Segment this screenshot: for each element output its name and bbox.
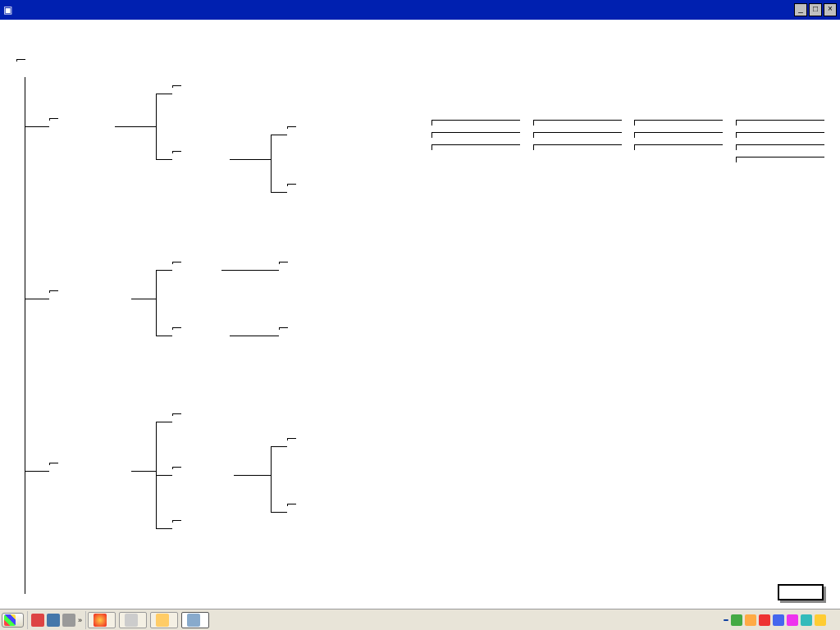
taskbar: » — [0, 609, 840, 630]
minimize-button[interactable]: _ — [794, 3, 807, 16]
tree-xenon2 — [172, 520, 181, 523]
tray-icon[interactable] — [773, 614, 784, 626]
app-icon — [187, 614, 200, 627]
close-button[interactable]: × — [824, 3, 837, 16]
tree-dune2-exe — [279, 327, 288, 330]
next-button[interactable] — [778, 584, 824, 600]
folder-icon — [156, 614, 169, 627]
tray-icon[interactable] — [815, 614, 826, 626]
chip[interactable] — [736, 157, 824, 162]
system-tray — [720, 614, 838, 626]
taskbar-item[interactable] — [88, 612, 116, 628]
tree-games — [172, 467, 181, 469]
chip[interactable] — [533, 132, 622, 138]
tree-quake — [287, 504, 296, 506]
chip[interactable] — [533, 120, 622, 126]
chip[interactable] — [736, 120, 824, 126]
titlebar: ▣ _ □ × — [0, 0, 840, 20]
quick-launch: » — [27, 611, 86, 629]
app-icon: ▣ — [3, 4, 12, 16]
tray-icon[interactable] — [745, 614, 756, 626]
tree-root — [16, 59, 25, 62]
ql-icon[interactable] — [62, 614, 75, 627]
tray-icon[interactable] — [801, 614, 812, 626]
tree-dune2 — [172, 327, 181, 330]
tree-pacman — [172, 85, 181, 88]
drive-icon — [125, 614, 138, 627]
tree-trubis — [287, 126, 296, 129]
content-area: . . . — [0, 20, 840, 609]
chip[interactable] — [736, 132, 824, 138]
tree-3daction — [49, 463, 58, 465]
tree-strategy — [49, 290, 58, 293]
ql-icon[interactable] — [47, 614, 60, 627]
windows-flag-icon — [4, 614, 16, 626]
tree-tetris — [172, 151, 181, 153]
tree-arcade — [49, 118, 58, 121]
chip[interactable] — [431, 132, 520, 138]
taskbar-item[interactable] — [150, 612, 178, 628]
tree-3d — [287, 184, 296, 186]
chip[interactable] — [431, 120, 520, 126]
tree-descent — [172, 413, 181, 416]
tree-elite — [172, 262, 181, 264]
tray-icon[interactable] — [759, 614, 770, 626]
start-button[interactable] — [2, 613, 24, 628]
tray-icon[interactable] — [787, 614, 798, 626]
taskbar-item[interactable] — [119, 612, 147, 628]
ql-icon[interactable] — [31, 614, 44, 627]
ql-chevron-icon[interactable]: » — [78, 616, 82, 624]
language-indicator[interactable] — [724, 619, 728, 621]
chip[interactable] — [634, 144, 723, 150]
chip[interactable] — [431, 144, 520, 150]
draggable-chips: . . . — [427, 116, 837, 178]
chip[interactable] — [634, 132, 723, 138]
chip[interactable] — [634, 120, 723, 126]
tree-elite-exe — [279, 262, 288, 264]
chip[interactable] — [533, 144, 622, 150]
maximize-button[interactable]: □ — [809, 3, 822, 16]
taskbar-item-active[interactable] — [181, 612, 209, 628]
chrome-icon — [94, 614, 107, 627]
chip[interactable] — [736, 144, 824, 150]
tree-doom — [287, 438, 296, 441]
tray-icon[interactable] — [731, 614, 742, 626]
